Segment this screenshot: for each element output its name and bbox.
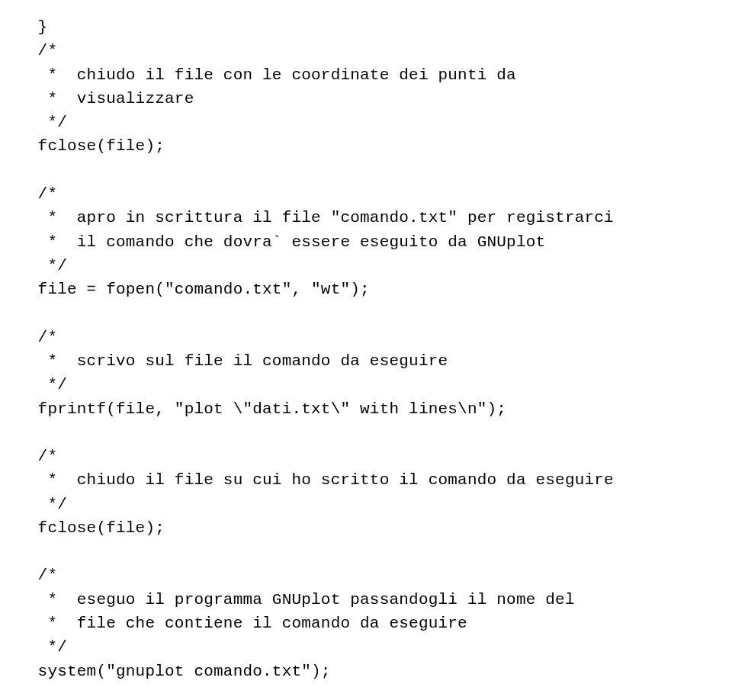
code-block: } /* * chiudo il file con le coordinate … [0,0,732,700]
